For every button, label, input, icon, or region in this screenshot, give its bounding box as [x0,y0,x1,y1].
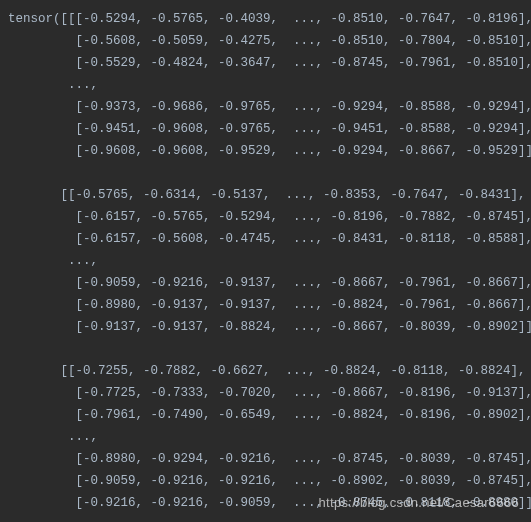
tensor-output: tensor([[[-0.5294, -0.5765, -0.4039, ...… [0,0,531,514]
